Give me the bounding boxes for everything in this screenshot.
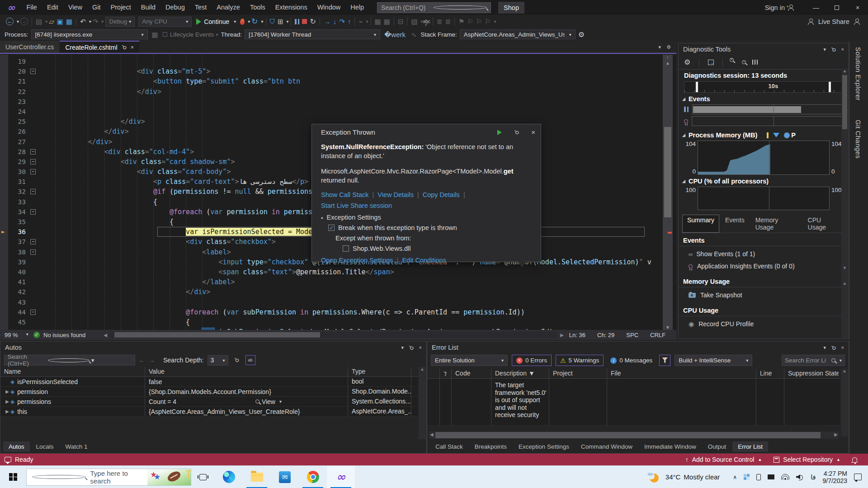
step-out-icon[interactable]: ↑ bbox=[348, 18, 351, 25]
gear-icon[interactable]: ⚙ bbox=[578, 30, 585, 39]
breakpoint-margin[interactable]: ► bbox=[0, 227, 9, 237]
continue-icon[interactable] bbox=[497, 130, 502, 135]
taskbar-app-edge[interactable] bbox=[215, 466, 243, 488]
clear-bookmarks-icon[interactable]: ⚐ bbox=[485, 18, 491, 25]
panel-tab-call-stack[interactable]: Call Stack bbox=[430, 441, 468, 452]
breakpoint-margin[interactable] bbox=[0, 167, 9, 177]
search-back-icon[interactable]: ← bbox=[139, 357, 145, 364]
minimize-button[interactable]: — bbox=[806, 0, 826, 15]
stack-frame-dropdown[interactable]: AspNetCore.Areas_Admin_Views_User_Cre▾ bbox=[460, 29, 576, 39]
scroll-up-icon[interactable]: ▲ bbox=[663, 61, 673, 66]
fold-collapse-icon[interactable]: − bbox=[30, 239, 36, 244]
new-file-icon[interactable]: ▤ bbox=[36, 18, 42, 25]
zoom-in-icon[interactable] bbox=[730, 58, 734, 62]
pin-icon[interactable]: ⚲ bbox=[513, 128, 520, 136]
solution-platforms-dropdown[interactable]: Any CPU▾ bbox=[138, 17, 192, 27]
code-line-42[interactable]: 42 </div> bbox=[0, 287, 663, 297]
diagnostics-scrollbar[interactable]: ▲ ▼ ▲ bbox=[841, 69, 848, 338]
fold-collapse-icon[interactable]: − bbox=[30, 69, 36, 74]
taskbar-app-chrome[interactable] bbox=[299, 466, 327, 488]
hscrollbar-thumb[interactable] bbox=[435, 432, 821, 438]
prev-frame-icon[interactable]: ∿ bbox=[411, 31, 417, 38]
breakpoint-margin[interactable] bbox=[0, 267, 9, 277]
settings-gear-icon[interactable]: ⚙ bbox=[684, 58, 690, 66]
error-list-vscrollbar[interactable]: ▲ bbox=[841, 369, 848, 436]
code-line-44[interactable]: 44− @foreach (var subPermission in permi… bbox=[0, 307, 663, 317]
navigate-back-icon[interactable]: ← bbox=[6, 18, 14, 25]
pin-values-icon[interactable]: ⚲ bbox=[230, 353, 244, 367]
expander-icon[interactable]: ▶ bbox=[4, 389, 10, 394]
errors-filter-button[interactable]: ×0 Errors bbox=[512, 355, 552, 366]
autos-row[interactable]: ▶◈permissionsCount = 4View▾System.Collec… bbox=[0, 397, 418, 407]
fold-collapse-icon[interactable]: − bbox=[30, 169, 36, 174]
start-button[interactable] bbox=[0, 466, 26, 488]
splitter-icon[interactable]: ↕ bbox=[663, 55, 673, 60]
find-in-files-icon[interactable]: ⊟ bbox=[398, 18, 404, 25]
breakpoint-margin[interactable] bbox=[0, 217, 9, 227]
cell-file[interactable] bbox=[607, 379, 756, 425]
taskbar-clock[interactable]: 4:27 PM 9/7/2023 bbox=[823, 470, 848, 484]
language-indicator[interactable]: فا bbox=[811, 474, 816, 481]
solution-configurations-dropdown[interactable]: Debug▾ bbox=[105, 17, 135, 27]
menu-view[interactable]: View bbox=[63, 0, 87, 15]
expander-icon[interactable]: ▶ bbox=[4, 409, 10, 414]
autos-row[interactable]: ▶◈this{AspNetCore.Areas_Admin_Views_User… bbox=[0, 407, 418, 417]
scope-dropdown[interactable]: Entire Solution▾ bbox=[431, 355, 508, 366]
diag-tab-events[interactable]: Events bbox=[720, 215, 750, 233]
app-insights-link[interactable]: Application Insights Events (0 of 0) bbox=[679, 258, 849, 271]
issues-status[interactable]: No issues found bbox=[43, 332, 85, 338]
fold-collapse-icon[interactable]: − bbox=[30, 249, 36, 255]
breakpoint-margin[interactable] bbox=[0, 66, 9, 76]
cell-line[interactable] bbox=[756, 379, 784, 425]
breakpoint-margin[interactable] bbox=[0, 207, 9, 217]
flag-threads-icon[interactable]: �werk bbox=[384, 31, 406, 38]
view-button[interactable]: View▾ bbox=[255, 398, 344, 405]
panel-tab-breakpoints[interactable]: Breakpoints bbox=[469, 441, 512, 452]
error-col-description[interactable]: Description ▼ bbox=[491, 369, 549, 378]
spaces-indicator[interactable]: SPC bbox=[626, 332, 638, 338]
scrollbar-thumb[interactable] bbox=[842, 75, 847, 129]
menu-file[interactable]: File bbox=[22, 0, 42, 15]
zoom-level-dropdown[interactable]: 99 %▾ bbox=[0, 332, 33, 338]
pin-icon[interactable]: ⚲ bbox=[407, 343, 415, 351]
messages-filter-button[interactable]: i0 Messages bbox=[608, 355, 655, 366]
volume-icon[interactable] bbox=[796, 474, 804, 480]
window-position-icon[interactable]: ▾ bbox=[824, 47, 826, 52]
error-list-search-input[interactable]: Search Error Li▾ bbox=[782, 355, 845, 366]
break-all-icon[interactable] bbox=[295, 19, 299, 24]
breakpoint-margin[interactable] bbox=[0, 277, 9, 287]
scroll-up2-icon[interactable]: ▲ bbox=[841, 281, 848, 286]
diagnostics-timeline[interactable]: 10s bbox=[684, 81, 843, 93]
open-file-icon[interactable]: ▱ bbox=[49, 18, 54, 25]
autos-col-value[interactable]: Value bbox=[145, 367, 348, 376]
breakpoint-margin[interactable] bbox=[0, 177, 9, 187]
tab-usercontroller[interactable]: UserController.cs bbox=[0, 41, 59, 53]
link-open-exception-settings[interactable]: Open Exception Settings bbox=[321, 257, 393, 264]
breakpoint-margin[interactable] bbox=[0, 117, 9, 127]
process-dropdown[interactable]: [6748] iisexpress.exe▾ bbox=[31, 29, 148, 39]
redo-icon[interactable]: ↷ bbox=[93, 18, 99, 25]
zoom-out-icon[interactable] bbox=[742, 60, 746, 64]
close-icon[interactable]: × bbox=[419, 345, 422, 350]
export-icon[interactable] bbox=[708, 60, 714, 65]
close-icon[interactable]: × bbox=[531, 128, 535, 136]
cell-description[interactable]: The targetframework 'net5.0'is out of su… bbox=[491, 379, 549, 425]
breakpoint-margin[interactable] bbox=[0, 147, 9, 157]
code-line-19[interactable]: 19 bbox=[0, 56, 663, 66]
link-start-live-share-session[interactable]: Start Live Share session bbox=[321, 202, 392, 209]
menu-analyze[interactable]: Analyze bbox=[212, 0, 245, 15]
step-into-icon[interactable]: ↓ bbox=[333, 18, 337, 25]
panel-tab-immediate-window[interactable]: Immediate Window bbox=[639, 441, 702, 452]
close-icon[interactable]: × bbox=[841, 47, 844, 52]
show-next-statement-icon[interactable]: → bbox=[324, 18, 330, 25]
show-events-link[interactable]: ∞Show Events (1 of 1) bbox=[679, 246, 849, 258]
autos-row[interactable]: ▶◈permission{Shop.Domain.Models.Account.… bbox=[0, 387, 418, 397]
fold-collapse-icon[interactable]: − bbox=[30, 149, 36, 155]
breakpoint-margin[interactable] bbox=[0, 287, 9, 297]
diag-tab-summary[interactable]: Summary bbox=[682, 215, 719, 233]
breakpoint-margin[interactable] bbox=[0, 247, 9, 257]
step-over-icon[interactable]: ↷ bbox=[339, 18, 345, 25]
browser-link-icon[interactable]: ⛉ bbox=[270, 18, 275, 25]
break-when-thrown-checkbox[interactable]: ✓Break when this exception type is throw… bbox=[328, 224, 532, 231]
menu-edit[interactable]: Edit bbox=[42, 0, 63, 15]
